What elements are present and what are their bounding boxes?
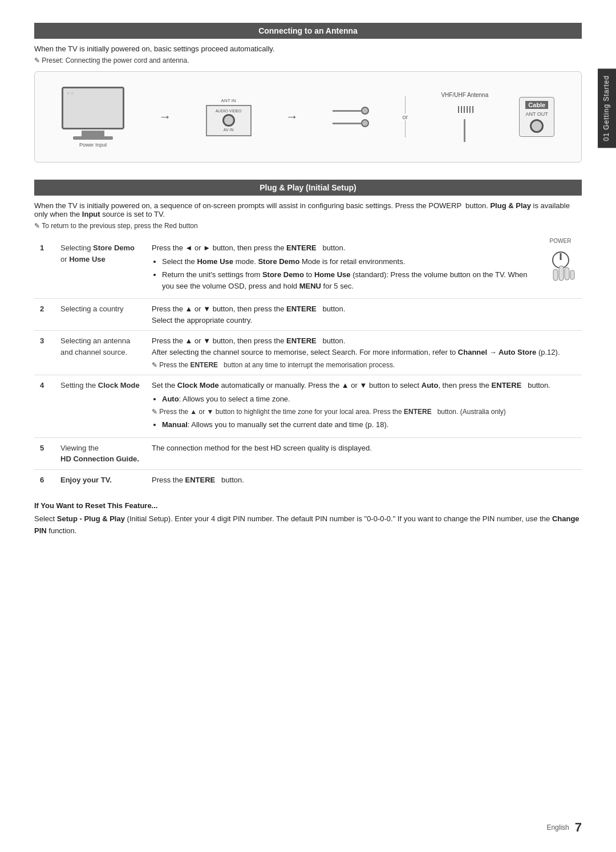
step-2-num: 2 [34, 299, 55, 331]
tv-stand [82, 131, 104, 136]
conn-circle [222, 114, 235, 127]
step-5-content: The connection method for the best HD sc… [146, 437, 582, 469]
svg-rect-3 [559, 266, 564, 281]
conn-panel: AUDIO VIDEO AV IN [206, 105, 252, 136]
cable-ant-out: ANT OUT [525, 111, 548, 117]
step-1-title: Selecting Store Demoor Home Use [55, 238, 146, 299]
antenna-note: Preset: Connecting the power cord and an… [34, 56, 582, 64]
step-6-content: Press the ENTERE button. [146, 469, 582, 490]
connector-top [333, 107, 369, 115]
section-antenna-header: Connecting to an Antenna [34, 23, 582, 39]
step-4-content: Set the Clock Mode automatically or manu… [146, 375, 582, 438]
footer-language: English [546, 823, 569, 831]
step-1-num: 1 [34, 238, 55, 299]
side-tab: 01 Getting Started [598, 68, 616, 148]
plug-play-bold: Plug & Play [490, 201, 531, 210]
or-text: or [402, 113, 408, 120]
step-3-note: Press the ENTERE button at any time to i… [152, 360, 576, 370]
reset-text: Select Setup - Plug & Play (Initial Setu… [34, 513, 582, 537]
connector-bottom [333, 119, 369, 127]
vhf-symbol: ᱿᱿᱿ [456, 100, 473, 119]
step-2-content: Press the ▲ or ▼ button, then press the … [146, 299, 582, 331]
cable-circle [530, 119, 544, 133]
or-line-bottom [405, 120, 406, 137]
step-2-row: 2 Selecting a country Press the ▲ or ▼ b… [34, 299, 582, 331]
powerp-text: POWERP [428, 201, 461, 210]
step-3-row: 3 Selecting an antenna and channel sourc… [34, 331, 582, 375]
step-3-content: Press the ▲ or ▼ button, then press the … [146, 331, 582, 375]
power-input-label: Power Input [79, 142, 107, 148]
step-1-content: POWER Press the ◄ or ► button, th [146, 238, 582, 299]
tv-illustration: Power Input [62, 87, 124, 148]
vhf-label: VHF/UHF Antenna [441, 92, 488, 98]
cable-box: Cable ANT OUT [519, 97, 554, 137]
steps-table: 1 Selecting Store Demoor Home Use POWER [34, 238, 582, 490]
svg-rect-2 [553, 269, 558, 281]
or-divider: or [400, 96, 410, 137]
step-4-row: 4 Setting the Clock Mode Set the Clock M… [34, 375, 582, 438]
antenna-intro: When the TV is initially powered on, bas… [34, 44, 582, 53]
step-5-num: 5 [34, 437, 55, 469]
step-6-title: Enjoy your TV. [55, 469, 146, 490]
wire-top [333, 110, 361, 112]
ant-in-label: ANT IN [221, 98, 236, 103]
input-bold: Input [82, 210, 100, 218]
step-4-note: Press the ▲ or ▼ button to highlight the… [152, 407, 576, 417]
svg-rect-4 [565, 267, 569, 280]
step-6-row: 6 Enjoy your TV. Press the ENTERE button… [34, 469, 582, 490]
wire-bottom [333, 123, 361, 124]
connection-panel: ANT IN AUDIO VIDEO AV IN [206, 98, 252, 136]
step-5-row: 5 Viewing theHD Connection Guide. The co… [34, 437, 582, 469]
step-4-num: 4 [34, 375, 55, 438]
step-2-title: Selecting a country [55, 299, 146, 331]
step-6-num: 6 [34, 469, 55, 490]
section-antenna: Connecting to an Antenna When the TV is … [34, 23, 582, 163]
section-plug-play: Plug & Play (Initial Setup) When the TV … [34, 180, 582, 490]
plug-top [361, 107, 369, 115]
step-4-title: Setting the Clock Mode [55, 375, 146, 438]
power-label: POWER [545, 237, 576, 245]
av-in-label: AV IN [224, 128, 234, 132]
connectors [333, 107, 369, 127]
tv-base [73, 136, 113, 140]
reset-title: If You Want to Reset This Feature... [34, 501, 582, 510]
vhf-antenna: VHF/UHF Antenna ᱿᱿᱿ [441, 92, 488, 142]
step-3-title: Selecting an antenna and channel source. [55, 331, 146, 375]
arrow-right-1: → [159, 109, 171, 124]
power-button-svg [545, 248, 576, 285]
reset-section: If You Want to Reset This Feature... Sel… [34, 501, 582, 537]
plug-intro: When the TV is initially powered on, a s… [34, 201, 582, 218]
cable-title: Cable [525, 101, 548, 109]
step-5-title: Viewing theHD Connection Guide. [55, 437, 146, 469]
tv-screen [62, 87, 124, 129]
power-illustration: POWER [545, 237, 576, 288]
plug-bottom [361, 119, 369, 127]
antenna-diagram: Power Input → ANT IN AUDIO VIDEO AV IN → [34, 71, 582, 163]
step-1-row: 1 Selecting Store Demoor Home Use POWER [34, 238, 582, 299]
step-3-num: 3 [34, 331, 55, 375]
arrow-right-2: → [286, 109, 298, 124]
vhf-wire [464, 119, 465, 142]
or-line-top [405, 96, 406, 113]
svg-rect-5 [570, 270, 574, 279]
audio-video-label: AUDIO VIDEO [216, 109, 242, 113]
section-plug-header: Plug & Play (Initial Setup) [34, 180, 582, 196]
page-footer: English 7 [546, 820, 582, 835]
plug-note: To return to the previous step, press th… [34, 222, 582, 230]
footer-page-number: 7 [575, 820, 582, 835]
